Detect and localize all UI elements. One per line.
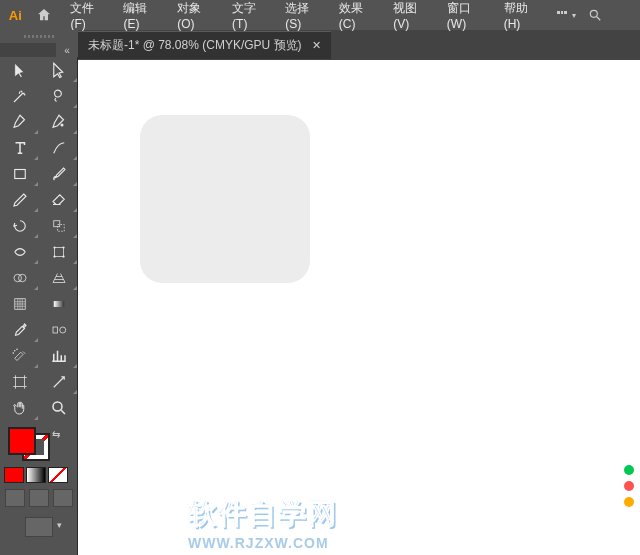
pencil-tool[interactable] bbox=[0, 187, 39, 213]
dot-green bbox=[624, 465, 634, 475]
canvas-area[interactable]: 软件自学网 WWW.RJZXW.COM bbox=[78, 60, 640, 555]
rotate-tool[interactable] bbox=[0, 213, 39, 239]
magic-wand-tool[interactable] bbox=[0, 83, 39, 109]
right-indicator-dots bbox=[624, 465, 634, 507]
draw-behind-button[interactable] bbox=[29, 489, 49, 507]
column-graph-tool[interactable] bbox=[39, 343, 78, 369]
menu-type[interactable]: 文字(T) bbox=[224, 0, 277, 30]
width-tool[interactable] bbox=[0, 239, 39, 265]
shape-builder-tool[interactable] bbox=[0, 265, 39, 291]
fill-color-swatch[interactable] bbox=[8, 427, 36, 455]
menu-effect[interactable]: 效果(C) bbox=[331, 0, 385, 30]
svg-point-5 bbox=[60, 124, 63, 127]
zoom-tool[interactable] bbox=[39, 395, 78, 421]
svg-rect-2 bbox=[564, 11, 567, 14]
svg-point-11 bbox=[62, 246, 64, 248]
screen-mode-button[interactable] bbox=[25, 517, 53, 537]
dot-red bbox=[624, 481, 634, 491]
hand-tool[interactable] bbox=[0, 395, 39, 421]
svg-rect-0 bbox=[557, 11, 560, 14]
eyedropper-tool[interactable] bbox=[0, 317, 39, 343]
workspace-switcher-icon[interactable]: ▾ bbox=[550, 3, 580, 27]
svg-point-24 bbox=[53, 402, 62, 411]
dot-yellow bbox=[624, 497, 634, 507]
watermark-title: 软件自学网 bbox=[188, 495, 338, 533]
menu-select[interactable]: 选择(S) bbox=[277, 0, 331, 30]
rectangle-tool[interactable] bbox=[0, 161, 39, 187]
direct-selection-tool[interactable] bbox=[39, 57, 78, 83]
menu-help[interactable]: 帮助(H) bbox=[496, 0, 550, 30]
curvature-tool[interactable] bbox=[39, 109, 78, 135]
menu-file[interactable]: 文件(F) bbox=[62, 0, 115, 30]
toolbox: ⇆ bbox=[0, 57, 78, 555]
draw-inside-button[interactable] bbox=[53, 489, 73, 507]
svg-line-4 bbox=[597, 17, 601, 21]
document-tab[interactable]: 未标题-1* @ 78.08% (CMYK/GPU 预览) ✕ bbox=[78, 31, 331, 59]
menu-window[interactable]: 窗口(W) bbox=[439, 0, 496, 30]
line-segment-tool[interactable] bbox=[39, 135, 78, 161]
free-transform-tool[interactable] bbox=[39, 239, 78, 265]
svg-rect-8 bbox=[57, 225, 64, 232]
color-mode-solid[interactable] bbox=[4, 467, 24, 483]
svg-point-10 bbox=[53, 246, 55, 248]
symbol-sprayer-tool[interactable] bbox=[0, 343, 39, 369]
svg-point-19 bbox=[59, 327, 65, 333]
menu-view[interactable]: 视图(V) bbox=[385, 0, 439, 30]
menu-object[interactable]: 对象(O) bbox=[169, 0, 224, 30]
svg-point-3 bbox=[590, 10, 597, 17]
selection-tool[interactable] bbox=[0, 57, 39, 83]
artboard-tool[interactable] bbox=[0, 369, 39, 395]
svg-point-21 bbox=[16, 349, 18, 351]
mesh-tool[interactable] bbox=[0, 291, 39, 317]
swap-colors-icon[interactable]: ⇆ bbox=[52, 429, 60, 440]
scale-tool[interactable] bbox=[39, 213, 78, 239]
svg-point-14 bbox=[14, 274, 22, 282]
draw-mode-row bbox=[0, 485, 77, 511]
search-icon[interactable] bbox=[580, 3, 610, 27]
lasso-tool[interactable] bbox=[39, 83, 78, 109]
screen-mode-row bbox=[0, 511, 77, 543]
svg-point-13 bbox=[62, 255, 64, 257]
svg-rect-18 bbox=[53, 327, 58, 333]
menu-edit[interactable]: 编辑(E) bbox=[115, 0, 169, 30]
svg-rect-9 bbox=[54, 248, 63, 257]
rounded-rectangle-shape[interactable] bbox=[140, 115, 310, 283]
blend-tool[interactable] bbox=[39, 317, 78, 343]
svg-point-12 bbox=[53, 255, 55, 257]
svg-point-22 bbox=[12, 352, 14, 354]
color-mode-none[interactable] bbox=[48, 467, 68, 483]
toolbar-grip[interactable] bbox=[0, 30, 78, 43]
color-mode-gradient[interactable] bbox=[26, 467, 46, 483]
gradient-tool[interactable] bbox=[39, 291, 78, 317]
svg-rect-7 bbox=[53, 221, 59, 227]
svg-point-20 bbox=[14, 350, 16, 352]
eraser-tool[interactable] bbox=[39, 187, 78, 213]
svg-rect-6 bbox=[14, 170, 25, 179]
type-tool[interactable] bbox=[0, 135, 39, 161]
svg-rect-23 bbox=[15, 378, 24, 387]
tab-title: 未标题-1* @ 78.08% (CMYK/GPU 预览) bbox=[88, 37, 302, 54]
close-icon[interactable]: ✕ bbox=[312, 39, 321, 52]
app-logo-icon: Ai bbox=[5, 4, 26, 26]
svg-rect-1 bbox=[561, 11, 563, 14]
perspective-grid-tool[interactable] bbox=[39, 265, 78, 291]
color-mode-row bbox=[0, 465, 77, 485]
paintbrush-tool[interactable] bbox=[39, 161, 78, 187]
svg-rect-17 bbox=[53, 301, 64, 307]
menubar: Ai 文件(F) 编辑(E) 对象(O) 文字(T) 选择(S) 效果(C) 视… bbox=[0, 0, 640, 30]
slice-tool[interactable] bbox=[39, 369, 78, 395]
watermark-url: WWW.RJZXW.COM bbox=[188, 535, 329, 551]
home-icon[interactable] bbox=[34, 4, 55, 26]
document-tabbar: 未标题-1* @ 78.08% (CMYK/GPU 预览) ✕ bbox=[0, 30, 640, 60]
collapse-toolbar-icon[interactable]: « bbox=[56, 43, 78, 57]
draw-normal-button[interactable] bbox=[5, 489, 25, 507]
pen-tool[interactable] bbox=[0, 109, 39, 135]
svg-point-15 bbox=[18, 274, 26, 282]
color-section: ⇆ bbox=[0, 421, 77, 465]
